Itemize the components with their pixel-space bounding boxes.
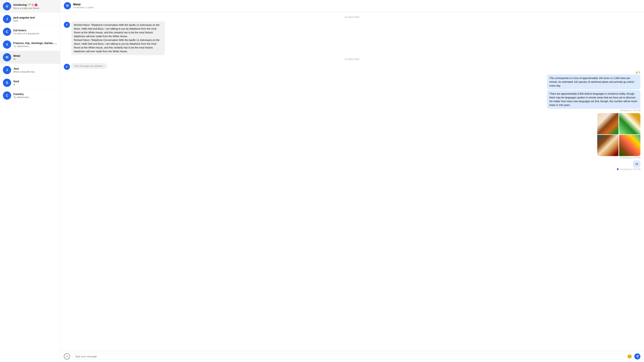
avatar-metal: M	[3, 53, 11, 61]
food-image-3	[597, 135, 618, 156]
chat-name-jack: jack-angular-test	[13, 16, 57, 19]
sidebar-item-country[interactable]: C Country 📎 Attachment...	[0, 89, 60, 102]
chat-preview-soul: hi	[13, 83, 57, 86]
avatar-jazz: J	[3, 66, 11, 74]
sender-avatar-f2: F	[64, 64, 70, 70]
messages-area: Fra 06/27/2022 F Richard Nixon: Telephon…	[60, 12, 644, 351]
header-info: Metal 4 members 1 online	[73, 3, 94, 9]
chat-name-jazz: Jazz	[13, 67, 57, 70]
chat-preview-metal: Hi	[13, 58, 57, 60]
chat-preview-country: 📎 Attachment...	[13, 96, 57, 99]
outgoing-group-images: Yesterday at 1:18 PM	[64, 113, 640, 159]
chat-name-metal: Metal	[13, 54, 57, 57]
sidebar-item-metal[interactable]: M Metal Hi	[0, 51, 60, 64]
bubble-hi: Hi	[633, 160, 640, 168]
add-button[interactable]: +	[64, 353, 70, 360]
bubble-incoming-1: Richard Nixon: Telephone Conversation Wi…	[72, 21, 165, 55]
incoming-msg-1: F Richard Nixon: Telephone Conversation …	[64, 21, 640, 55]
timestamp-2: Yesterday at 1:18 PM	[620, 156, 640, 159]
food-image-2	[619, 113, 640, 134]
avatar-soul: S	[3, 79, 11, 87]
message-input[interactable]	[72, 353, 624, 360]
sender-avatar-f: F	[64, 22, 70, 28]
reaction-badge: 👍 1	[634, 71, 641, 74]
date-separator-1: Fra 06/27/2022	[64, 16, 640, 18]
sidebar-item-soul[interactable]: S Soul hi	[0, 76, 60, 89]
timestamp-1: Yesterday at 1:06 PM	[620, 109, 640, 112]
timestamp-3: Yesterday at 2:02 PM	[617, 168, 640, 171]
chat-name-gerdening: Gerdening 🌱🌸🌺	[13, 3, 57, 6]
image-grid	[597, 113, 640, 156]
date-separator-2: Fra 06/27/2022	[64, 58, 640, 60]
incoming-msg-deleted: F This message was deleted...	[64, 63, 640, 70]
sidebar-item-gerdening[interactable]: G Gerdening 🌱🌸🌺 this is a really nice fl…	[0, 0, 60, 13]
chat-subtitle: 4 members 1 online	[73, 6, 94, 9]
outgoing-group-1: 👍 1 This corresponds to a loss of approx…	[64, 71, 640, 112]
chat-preview-jazz: What a beautiful day	[13, 70, 57, 73]
chat-name-cat-lovers: Cat lovers	[13, 29, 57, 32]
chat-preview-gerdening: this is a really nice flower	[13, 7, 57, 9]
input-area: + 😊	[60, 351, 644, 362]
chat-name-frances: Frances, Kip, Jennings, Darian, Ardella …	[13, 41, 57, 44]
deleted-message: This message was deleted...	[72, 63, 107, 69]
read-dot	[617, 168, 619, 170]
sidebar-item-jazz[interactable]: J Jazz What a beautiful day	[0, 64, 60, 76]
avatar-frances: #	[3, 40, 11, 49]
chat-preview-cat-lovers: I'm more of a dog person	[13, 32, 57, 35]
avatar-cat-lovers: C	[3, 28, 11, 36]
sidebar-item-cat-lovers[interactable]: C Cat lovers I'm more of a dog person	[0, 25, 60, 38]
emoji-button[interactable]: 😊	[626, 353, 632, 360]
send-icon	[636, 355, 639, 358]
avatar-gerdening: G	[3, 2, 11, 10]
outgoing-hi: Hi Yesterday at 2:02 PM	[64, 160, 640, 171]
header-avatar: M	[64, 2, 71, 9]
bubble-outgoing-1: This corresponds to a loss of approximat…	[547, 74, 640, 89]
send-button[interactable]	[634, 353, 640, 360]
chat-header: M Metal 4 members 1 online	[60, 0, 644, 12]
avatar-country: C	[3, 91, 11, 100]
sidebar: G Gerdening 🌱🌸🌺 this is a really nice fl…	[0, 0, 60, 362]
bubble-outgoing-2: There are approximately 6,900 distinct l…	[547, 90, 640, 109]
chat-name-soul: Soul	[13, 80, 57, 83]
sidebar-item-jack[interactable]: J jack-angular-test hello	[0, 13, 60, 25]
chat-name-country: Country	[13, 92, 57, 96]
chat-preview-frances: 📎 Attachment...	[13, 45, 57, 48]
food-image-1	[597, 113, 618, 134]
chat-preview-jack: hello	[13, 19, 57, 22]
chat-title: Metal	[73, 3, 94, 6]
avatar-jack: J	[3, 15, 11, 23]
sidebar-item-frances[interactable]: # Frances, Kip, Jennings, Darian, Ardell…	[0, 38, 60, 51]
food-image-4	[619, 135, 640, 156]
chat-main: M Metal 4 members 1 online Fra 06/27/202…	[60, 0, 644, 362]
